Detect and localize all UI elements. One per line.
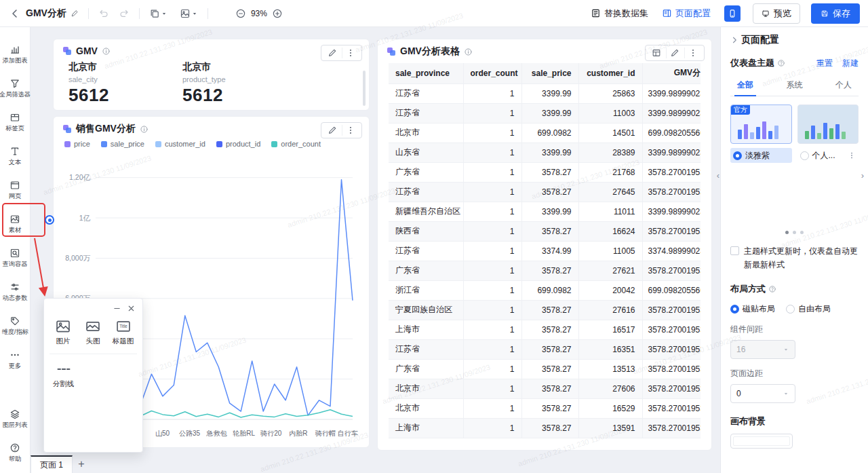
save-button[interactable]: 保存 — [811, 3, 860, 24]
radio-icon[interactable] — [786, 305, 795, 314]
theme-tab[interactable]: 全部 — [730, 76, 760, 96]
theme-card[interactable]: 官方淡雅紫 — [730, 105, 792, 163]
sidebar-item-params[interactable]: 动态参数 — [0, 274, 30, 308]
layout-radio-磁贴布局[interactable]: 磁贴布局 — [730, 303, 775, 315]
dashboard-canvas[interactable]: GMV 北京市sale_city5612北京市product_type5612 … — [31, 27, 720, 473]
column-header[interactable]: customer_id — [578, 63, 642, 83]
zoom-in-button[interactable] — [271, 7, 284, 20]
legend-item[interactable]: customer_id — [155, 140, 205, 148]
more-button[interactable] — [342, 48, 359, 58]
table-row[interactable]: 江苏省13374.99110053374.989990234 — [389, 241, 701, 261]
radio-icon[interactable] — [800, 151, 809, 160]
legend-item[interactable]: price — [64, 140, 90, 148]
table-row[interactable]: 广东省13578.27217683578.270019531 — [389, 162, 701, 182]
table-row[interactable]: 北京市1699.098214501699.09820556640 — [389, 123, 701, 143]
table-view-button[interactable] — [648, 48, 665, 58]
carousel-dot[interactable] — [800, 231, 804, 234]
canvas-background-color-input[interactable] — [730, 434, 793, 449]
zoom-out-button[interactable] — [234, 7, 248, 20]
sidebar-item-metric[interactable]: 维度/指标 — [0, 308, 30, 342]
more-button[interactable] — [684, 48, 701, 58]
rename-button[interactable] — [69, 8, 80, 19]
gmv-kpi-card[interactable]: GMV 北京市sale_city5612北京市product_type5612 — [53, 39, 370, 111]
carousel-dots[interactable] — [730, 231, 859, 234]
theme-tab[interactable]: 个人 — [829, 76, 859, 96]
sidebar-item-layers[interactable]: 图层列表 — [0, 401, 30, 435]
undo-button[interactable] — [97, 7, 111, 20]
checkbox-icon[interactable] — [730, 246, 739, 255]
column-header[interactable]: sale_province — [389, 63, 463, 83]
add-page-button[interactable]: + — [73, 455, 90, 473]
theme-more-icon[interactable] — [848, 151, 856, 159]
radio-icon[interactable] — [730, 305, 739, 314]
table-row[interactable]: 宁夏回族自治区13578.27276163578.270019531 — [389, 300, 701, 320]
table-row[interactable]: 陕西省13578.27166243578.270019531 — [389, 221, 701, 241]
table-row[interactable]: 山东省13399.99283893399.989990234 — [389, 143, 701, 162]
page-tab[interactable]: 页面 1 — [31, 455, 73, 473]
data-table-wrap[interactable]: sale_provinceorder_countsale_pricecustom… — [389, 63, 701, 442]
theme-thumbnail[interactable]: 官方 — [730, 105, 792, 144]
layout-radio-自由布局[interactable]: 自由布局 — [786, 303, 831, 315]
table-row[interactable]: 江苏省13578.27276453578.270019531 — [389, 182, 701, 202]
sidebar-item-filter[interactable]: 全局筛选器 — [0, 71, 30, 105]
material-item-picture[interactable]: 图片 — [48, 319, 78, 346]
insert-media-button[interactable] — [178, 7, 199, 20]
table-row[interactable]: 广东省13578.27276213578.270019531 — [389, 261, 701, 280]
replace-dataset-button[interactable]: 替换数据集 — [591, 7, 648, 20]
material-item-header-image[interactable]: 头图 — [78, 319, 108, 346]
redo-button[interactable] — [117, 7, 131, 20]
minimize-button[interactable] — [111, 303, 123, 314]
legend-item[interactable]: order_count — [271, 140, 321, 148]
carousel-dot[interactable] — [793, 231, 796, 234]
copy-component-button[interactable] — [148, 7, 169, 20]
sidebar-item-text[interactable]: 文本 — [0, 138, 30, 172]
theme-tab[interactable]: 系统 — [780, 76, 810, 96]
table-row[interactable]: 北京市13578.27276063578.270019531 — [389, 379, 701, 398]
table-row[interactable]: 新疆维吾尔自治区13399.99110113399.989990234 — [389, 202, 701, 221]
edit-chart-button[interactable] — [666, 48, 683, 58]
column-header[interactable]: order_count — [463, 63, 521, 83]
sidebar-item-material[interactable]: 素材 — [0, 206, 30, 240]
page-margin-select[interactable]: 0 — [730, 384, 795, 403]
carousel-dot[interactable] — [785, 231, 789, 234]
table-row[interactable]: 上海市13578.27135913578.270019531 — [389, 418, 701, 438]
table-row[interactable]: 江苏省13399.99110033399.989990234 — [389, 103, 701, 123]
back-button[interactable] — [8, 7, 22, 20]
close-button[interactable] — [125, 303, 137, 314]
table-row[interactable]: 江苏省13578.27163513578.270019531 — [389, 339, 701, 359]
radio-icon[interactable] — [733, 151, 742, 160]
scrollbar-thumb[interactable] — [363, 71, 366, 106]
page-config-button[interactable]: 页面配置 — [662, 7, 711, 20]
theme-card[interactable]: 个人... — [797, 105, 859, 163]
theme-name-row[interactable]: 淡雅紫 — [730, 148, 792, 163]
material-item-divider-line[interactable]: 分割线 — [48, 362, 79, 389]
collapse-left-handle[interactable]: ‹ — [713, 167, 723, 185]
sidebar-item-query[interactable]: 查询容器 — [0, 240, 30, 274]
material-panel[interactable]: 图片头图Title标题图 分割线 — [43, 298, 143, 453]
sidebar-item-help[interactable]: 帮助 — [0, 435, 30, 469]
theme-thumbnail[interactable] — [797, 105, 859, 144]
table-row[interactable]: 浙江省1699.098220042699.09820556640 — [389, 280, 701, 300]
theme-create-link[interactable]: 新建 — [842, 58, 859, 69]
table-row[interactable]: 北京市13578.27165293578.270019531 — [389, 398, 701, 418]
sidebar-item-dots-h[interactable]: 更多 — [0, 342, 30, 376]
collapse-right-handle[interactable]: › — [858, 167, 867, 185]
edit-chart-button[interactable] — [324, 48, 340, 58]
legend-item[interactable]: sale_price — [101, 140, 144, 148]
sidebar-item-add-chart[interactable]: 添加图表 — [0, 37, 30, 71]
legend-item[interactable]: product_id — [216, 140, 260, 148]
edit-chart-button[interactable] — [324, 125, 340, 136]
column-header[interactable]: sale_price — [521, 63, 578, 83]
table-row[interactable]: 江苏省13399.99258633399.989990234 — [389, 83, 701, 103]
more-button[interactable] — [342, 125, 359, 136]
table-row[interactable]: 上海市13578.27165173578.270019531 — [389, 320, 701, 339]
sidebar-item-web[interactable]: 网页 — [0, 172, 30, 206]
theme-name-row[interactable]: 个人... — [797, 148, 859, 163]
collapse-icon[interactable] — [730, 36, 738, 44]
auto-update-checkbox-row[interactable]: 主题样式更新时，仪表盘自动更新最新样式 — [730, 245, 859, 272]
table-row[interactable]: 广东省13578.27135133578.270019531 — [389, 359, 701, 379]
theme-reset-link[interactable]: 重置 — [816, 58, 833, 69]
sidebar-item-tab-page[interactable]: 标签页 — [0, 105, 30, 138]
component-spacing-select[interactable]: 16 — [730, 340, 795, 359]
gmv-table-card[interactable]: GMV分析表格 sale_provinceorder_countsale_pri… — [377, 39, 712, 451]
